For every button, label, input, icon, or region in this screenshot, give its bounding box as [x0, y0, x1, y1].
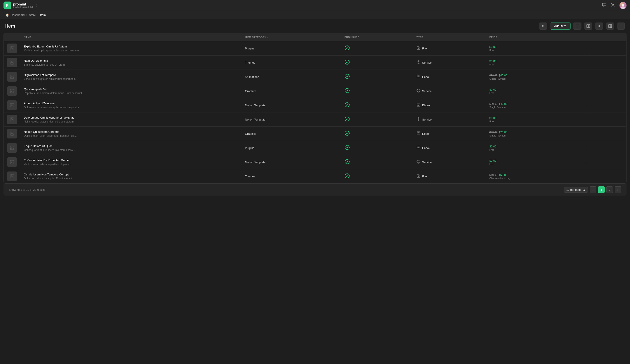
svg-point-32: [11, 104, 12, 105]
row-menu-btn[interactable]: ⋮: [582, 173, 590, 180]
breadcrumb: 🏠 Dashboard › Store › Item: [0, 11, 630, 19]
item-name-cell[interactable]: Ad Aut Adipisci TemporeDolorem non nam o…: [20, 98, 242, 112]
svg-rect-47: [10, 160, 14, 164]
item-thumb-cell: [4, 127, 20, 141]
item-category-cell: Themes: [242, 169, 341, 184]
svg-rect-16: [10, 46, 14, 50]
item-name-cell[interactable]: Dignissimos Est TemporeVitae sunt volupt…: [20, 70, 242, 84]
item-name-cell[interactable]: Et Consectetur Est Excepturi RerumVelit …: [20, 155, 242, 169]
type-icon: [416, 46, 420, 51]
svg-point-6: [544, 25, 544, 26]
table-row: Omnis Ipsam Non Tempore CorruptiDolor no…: [4, 169, 626, 184]
published-check-icon: [344, 61, 350, 66]
item-actions-cell[interactable]: ⋮: [579, 56, 626, 70]
prev-page-btn[interactable]: ‹: [590, 186, 596, 193]
svg-point-50: [418, 161, 419, 162]
svg-rect-23: [10, 75, 14, 78]
item-published-cell: [341, 127, 413, 141]
item-published-cell: [341, 70, 413, 84]
svg-point-5: [542, 25, 543, 26]
item-actions-cell[interactable]: ⋮: [579, 70, 626, 84]
settings-btn[interactable]: [595, 22, 603, 30]
item-thumbnail: [7, 86, 17, 96]
logo[interactable]: promint Create, Connect & Sell: [4, 2, 33, 10]
published-check-icon: [344, 46, 350, 52]
svg-point-45: [345, 145, 349, 150]
item-actions-cell[interactable]: ⋮: [579, 112, 626, 127]
item-actions-cell[interactable]: ⋮: [579, 155, 626, 169]
page-2-btn[interactable]: 2: [606, 186, 613, 193]
item-name-cell[interactable]: Omnis Ipsam Non Tempore CorruptiDolor no…: [20, 169, 242, 184]
item-type-cell: File: [413, 169, 486, 184]
col-thumb: [4, 33, 20, 41]
item-category-cell: Animations: [242, 70, 341, 84]
next-page-btn[interactable]: ›: [615, 186, 621, 193]
item-name-cell[interactable]: Doloremque Omnis Asperiores VoluptasNull…: [20, 112, 242, 127]
col-name[interactable]: NAME ↕: [20, 33, 242, 41]
item-actions-cell[interactable]: ⋮: [579, 84, 626, 98]
settings-icon[interactable]: [611, 2, 615, 8]
item-actions-cell[interactable]: ⋮: [579, 141, 626, 155]
item-name-cell[interactable]: Quis Voluptate VelRepellat eum dolorem d…: [20, 84, 242, 98]
svg-rect-13: [610, 24, 612, 26]
type-icon: [416, 74, 420, 79]
row-menu-btn[interactable]: ⋮: [582, 116, 590, 122]
svg-point-41: [345, 131, 349, 136]
item-actions-cell[interactable]: ⋮: [579, 169, 626, 184]
item-published-cell: [341, 98, 413, 112]
breadcrumb-dashboard[interactable]: Dashboard: [11, 13, 25, 16]
table-row: Quis Voluptate VelRepellat eum dolorem d…: [4, 84, 626, 98]
more-btn[interactable]: ⋮: [617, 22, 625, 30]
row-menu-btn[interactable]: ⋮: [582, 159, 590, 165]
row-menu-btn[interactable]: ⋮: [582, 88, 590, 94]
per-page-select[interactable]: 10 per page ▲: [564, 187, 588, 193]
filter-btn[interactable]: [573, 22, 582, 30]
item-category-cell: Notion Template: [242, 98, 341, 112]
item-name-cell[interactable]: Neque Quibusdam CorporisDebitis totam ul…: [20, 127, 242, 141]
item-thumbnail: [7, 157, 17, 167]
item-thumb-cell: [4, 169, 20, 184]
item-type-cell: Service: [413, 84, 486, 98]
svg-point-3: [622, 4, 624, 6]
published-check-icon: [344, 118, 350, 122]
col-category[interactable]: ITEM CATEGORY ↕: [242, 33, 341, 41]
svg-point-1: [612, 4, 614, 6]
item-type-cell: Service: [413, 155, 486, 169]
row-menu-btn[interactable]: ⋮: [582, 60, 590, 66]
pagination: 10 per page ▲ ‹ 1 2 ›: [564, 186, 621, 193]
avatar[interactable]: [620, 2, 626, 9]
item-actions-cell[interactable]: ⋮: [579, 98, 626, 112]
row-menu-btn[interactable]: ⋮: [582, 130, 590, 137]
columns-btn[interactable]: [584, 22, 592, 30]
breadcrumb-store[interactable]: Store: [29, 13, 36, 16]
item-actions-cell[interactable]: ⋮: [579, 41, 626, 56]
svg-rect-14: [608, 26, 610, 28]
item-name-cell[interactable]: Explicabo Earum Omnis Ut AutemMollitia q…: [20, 41, 242, 56]
add-item-button[interactable]: Add Item: [550, 22, 570, 30]
item-thumb-cell: [4, 41, 20, 56]
svg-point-44: [11, 147, 12, 148]
page-title: Item: [5, 23, 536, 29]
item-name-cell[interactable]: Nam Qui Dolor IsteSapiente sapiente aut …: [20, 56, 242, 70]
table-row: Eaque Dolore Ut QuaeConsequatur at iure …: [4, 141, 626, 155]
row-menu-btn[interactable]: ⋮: [582, 145, 590, 151]
item-price-cell: $39.99$20.00Single Payment: [486, 127, 579, 141]
item-thumb-cell: [4, 56, 20, 70]
item-price-cell: $0.00Free: [486, 84, 579, 98]
page-1-btn[interactable]: 1: [598, 186, 604, 193]
row-menu-btn[interactable]: ⋮: [582, 74, 590, 80]
chat-icon[interactable]: [602, 2, 606, 8]
row-menu-btn[interactable]: ⋮: [582, 45, 590, 52]
svg-point-28: [11, 90, 12, 91]
item-published-cell: [341, 155, 413, 169]
item-actions-cell[interactable]: ⋮: [579, 127, 626, 141]
published-check-icon: [344, 160, 350, 165]
published-check-icon: [344, 174, 350, 180]
type-icon: [416, 88, 420, 94]
drag-btn[interactable]: [539, 22, 547, 30]
layout-btn[interactable]: [606, 22, 614, 30]
row-menu-btn[interactable]: ⋮: [582, 102, 590, 108]
items-table: NAME ↕ ITEM CATEGORY ↕ PUBLISHED TYPE PR…: [4, 33, 626, 184]
item-name-cell[interactable]: Eaque Dolore Ut QuaeConsequatur at iure …: [20, 141, 242, 155]
svg-point-40: [11, 133, 12, 134]
